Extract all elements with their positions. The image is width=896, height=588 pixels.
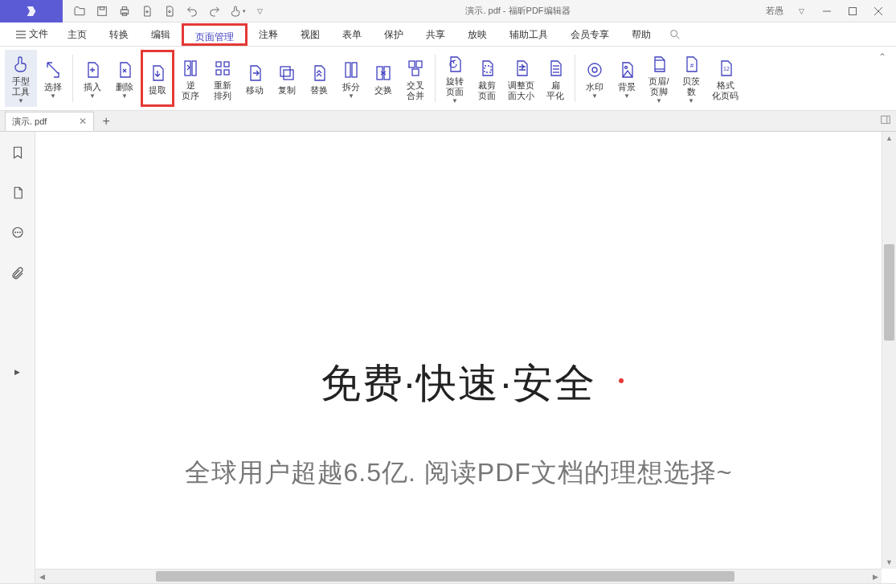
menu-tab-11[interactable]: 会员专享	[559, 23, 620, 46]
toolbar-btn-7[interactable]: 重新 排列	[207, 50, 239, 107]
toolbar-icon	[649, 52, 669, 76]
menu-tab-1[interactable]: 转换	[98, 23, 140, 46]
file-add-icon[interactable]	[137, 2, 158, 21]
toolbar-label: 背景	[618, 82, 636, 92]
toolbar-btn-11[interactable]: 拆分▼	[335, 50, 367, 107]
horizontal-scrollbar-thumb[interactable]	[156, 571, 734, 582]
vertical-scrollbar-thumb[interactable]	[884, 244, 894, 341]
pages-icon[interactable]	[8, 183, 27, 202]
document-page: 免费·快速·安全 全球用户超越6.5亿. 阅读PDF文档的理想选择~	[35, 132, 882, 523]
file-arrow-icon[interactable]	[159, 2, 180, 21]
undo-icon[interactable]	[182, 2, 203, 21]
toolbar-btn-9[interactable]: 复制	[271, 50, 303, 107]
toolbar-icon	[11, 52, 31, 76]
scroll-left-icon[interactable]: ◀	[35, 570, 48, 583]
document-viewport[interactable]: 免费·快速·安全 全球用户超越6.5亿. 阅读PDF文档的理想选择~	[35, 132, 882, 569]
toolbar-btn-17[interactable]: 调整页 面大小	[503, 50, 539, 107]
toolbar-label: 复制	[278, 85, 296, 96]
toolbar-btn-22[interactable]: 页眉/ 页脚▼	[643, 50, 675, 107]
new-tab-icon[interactable]: +	[102, 114, 109, 129]
save-icon[interactable]	[92, 2, 113, 21]
svg-rect-29	[485, 66, 491, 72]
document-tab[interactable]: 演示. pdf ✕	[5, 112, 94, 131]
toolbar-label: 插入	[84, 82, 101, 92]
menu-tab-7[interactable]: 保护	[373, 23, 415, 46]
caret-icon: ▼	[348, 92, 354, 100]
toolbar-btn-6[interactable]: 逆 页序	[174, 50, 207, 107]
toolbar-btn-3[interactable]: 插入▼	[76, 50, 108, 107]
bookmark-icon[interactable]	[8, 143, 27, 162]
svg-rect-6	[849, 7, 857, 14]
menu-tab-12[interactable]: 帮助	[620, 23, 662, 46]
print-icon[interactable]	[114, 2, 135, 21]
menu-tab-4[interactable]: 注释	[248, 23, 289, 46]
caret-icon: ▼	[452, 97, 458, 104]
menu-file[interactable]: 文件	[8, 27, 56, 41]
scroll-up-icon[interactable]: ▲	[882, 132, 896, 145]
tab-close-icon[interactable]: ✕	[79, 116, 87, 127]
toolbar-btn-24[interactable]: 12格式 化页码	[707, 50, 743, 107]
caret-icon: ▼	[591, 92, 598, 100]
qat-more-icon[interactable]: ▽	[249, 2, 270, 21]
toolbar-btn-8[interactable]: 移动	[239, 50, 271, 107]
menu-tab-6[interactable]: 表单	[331, 23, 373, 46]
scroll-down-icon[interactable]: ▼	[882, 556, 896, 569]
menu-tab-2[interactable]: 编辑	[140, 23, 182, 46]
svg-rect-1	[100, 6, 104, 9]
tabstrip-panel-icon[interactable]	[880, 114, 891, 128]
menu-tab-10[interactable]: 辅助工具	[498, 23, 559, 46]
toolbar-btn-12[interactable]: 交换	[367, 50, 399, 107]
menu-tab-8[interactable]: 共享	[415, 23, 456, 46]
ribbon-collapse-icon[interactable]: ⌃	[873, 50, 891, 107]
minimize-icon[interactable]	[816, 2, 838, 21]
toolbar-icon: #	[681, 52, 701, 76]
app-logo[interactable]	[0, 0, 63, 22]
scroll-right-icon[interactable]: ▶	[869, 570, 882, 583]
toolbar-label: 扁 平化	[546, 80, 564, 101]
toolbar-btn-15[interactable]: 旋转 页面▼	[439, 50, 471, 107]
ribbon-toolbar: 手型 工具▼选择▼插入▼删除▼提取逆 页序重新 排列移动复制替换拆分▼交换交叉 …	[0, 47, 896, 111]
vertical-scrollbar[interactable]: ▲ ▼	[882, 132, 896, 569]
toolbar-icon	[115, 58, 134, 82]
open-icon[interactable]	[69, 2, 90, 21]
comment-icon[interactable]	[8, 223, 27, 243]
menu-search-icon[interactable]	[669, 28, 681, 41]
horizontal-scrollbar[interactable]: ◀ ▶	[35, 569, 882, 583]
svg-point-33	[588, 63, 601, 76]
toolbar-separator	[72, 55, 73, 102]
document-tab-label: 演示. pdf	[12, 116, 47, 128]
toolbar-separator	[575, 55, 575, 102]
attachment-icon[interactable]	[8, 263, 27, 283]
menu-tab-3[interactable]: 页面管理	[182, 23, 248, 46]
svg-rect-24	[377, 67, 383, 80]
toolbar-btn-13[interactable]: 交叉 合并	[399, 50, 432, 107]
user-dropdown-icon[interactable]: ▽	[790, 2, 812, 21]
caret-icon: ▼	[624, 92, 630, 100]
menu-tab-0[interactable]: 主页	[56, 23, 98, 46]
menu-tab-5[interactable]: 视图	[289, 23, 331, 46]
toolbar-btn-18[interactable]: 扁 平化	[539, 50, 571, 107]
svg-rect-17	[224, 62, 229, 67]
toolbar-btn-21[interactable]: 背景▼	[611, 50, 643, 107]
close-icon[interactable]	[867, 2, 890, 21]
toolbar-btn-23[interactable]: #贝茨 数▼	[675, 50, 707, 107]
redo-icon[interactable]	[204, 2, 225, 21]
toolbar-btn-20[interactable]: 水印▼	[579, 50, 611, 107]
toolbar-btn-1[interactable]: 选择▼	[37, 50, 69, 107]
caret-icon: ▼	[656, 97, 662, 104]
toolbar-btn-16[interactable]: 裁剪 页面	[471, 50, 503, 107]
svg-rect-20	[284, 70, 293, 80]
sidebar: ▶	[0, 132, 35, 583]
sidebar-expand-icon[interactable]: ▶	[14, 368, 20, 376]
toolbar-btn-5[interactable]: 提取	[141, 50, 174, 107]
cursor-marker-icon	[619, 378, 624, 383]
svg-rect-19	[224, 70, 229, 75]
toolbar-btn-4[interactable]: 删除▼	[108, 50, 141, 107]
menu-tab-9[interactable]: 放映	[456, 23, 498, 46]
toolbar-btn-0[interactable]: 手型 工具▼	[5, 50, 37, 107]
toolbar-btn-10[interactable]: 替换	[303, 50, 335, 107]
svg-rect-40	[882, 116, 890, 123]
user-name[interactable]: 若愚	[766, 5, 783, 17]
maximize-icon[interactable]	[841, 2, 864, 21]
touch-icon[interactable]: ▾	[227, 2, 248, 21]
